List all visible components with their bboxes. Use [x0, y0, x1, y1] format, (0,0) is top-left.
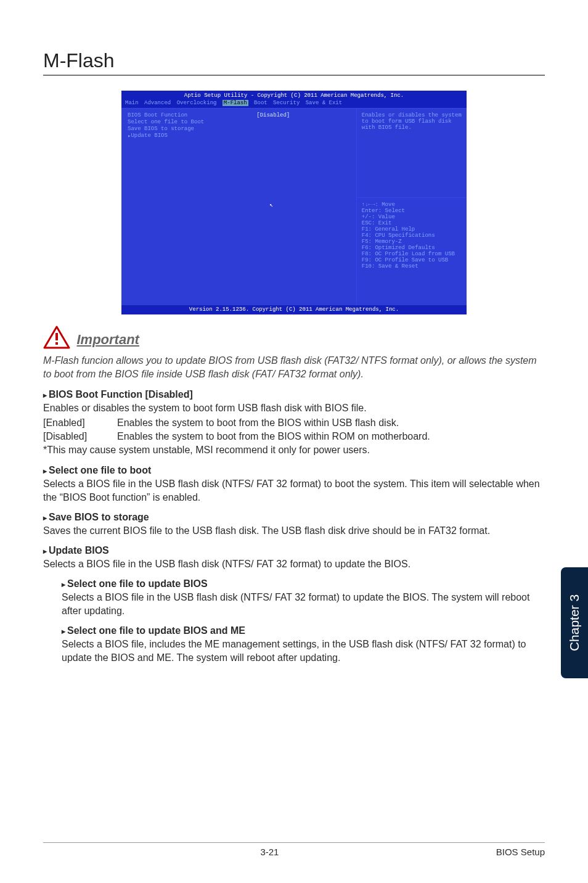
- bios-help-keys: ↑↓←→: Move Enter: Select +/-: Value ESC:…: [357, 197, 467, 305]
- option-row: [Enabled] Enables the system to boot fro…: [43, 416, 545, 430]
- bios-row-submenu: Update BIOS: [128, 133, 350, 139]
- bios-help-desc: Enables or disables the system to boot f…: [357, 109, 467, 197]
- item-heading: BIOS Boot Function [Disabled]: [43, 389, 545, 400]
- option-label: [Disabled]: [43, 430, 117, 443]
- subitem-desc: Selects a BIOS file in the USB flash dis…: [62, 591, 545, 618]
- page-footer: 3-21 BIOS Setup: [43, 842, 545, 857]
- item-heading: Save BIOS to storage: [43, 512, 545, 523]
- item-note: *This may cause system unstable, MSI rec…: [43, 443, 545, 457]
- warning-icon: [43, 326, 70, 351]
- bios-left-pane: BIOS Boot Function [Disabled] Select one…: [121, 109, 356, 305]
- footer-page-number: 3-21: [43, 847, 496, 857]
- item-desc: Selects a BIOS file in the USB flash dis…: [43, 477, 545, 504]
- bios-version: Version 2.15.1236. Copyright (C) 2011 Am…: [121, 305, 467, 314]
- subitem-desc: Selects a BIOS file, includes the ME man…: [62, 638, 545, 665]
- page-title: M-Flash: [43, 49, 545, 76]
- bios-row: Save BIOS to storage: [128, 126, 350, 132]
- bios-key: Update BIOS: [131, 133, 259, 139]
- item-desc: Selects a BIOS file in the USB flash dis…: [43, 557, 545, 571]
- important-note: M-Flash funcion allows you to update BIO…: [43, 354, 545, 380]
- bios-row: Select one file to Boot: [128, 119, 350, 125]
- bios-title: Aptio Setup Utility - Copyright (C) 2011…: [121, 91, 467, 99]
- option-text: Enables the system to boot from the BIOS…: [117, 416, 399, 430]
- svg-rect-1: [55, 333, 58, 340]
- item-heading: Select one file to boot: [43, 465, 545, 476]
- bios-menu-item: Advanced: [144, 100, 171, 106]
- option-text: Enables the system to boot from the BIOS…: [117, 430, 430, 443]
- bios-menu-item-active: M-Flash: [223, 100, 248, 106]
- option-label: [Enabled]: [43, 416, 117, 430]
- subitem-heading: Select one file to update BIOS and ME: [62, 625, 545, 636]
- bios-value: [Disabled]: [256, 112, 290, 118]
- subitem-heading: Select one file to update BIOS: [62, 578, 545, 589]
- item-desc: Saves the current BIOS file to the USB f…: [43, 524, 545, 538]
- bios-menu: Main Advanced Overclocking M-Flash Boot …: [121, 99, 467, 108]
- bios-row: BIOS Boot Function [Disabled]: [128, 112, 350, 118]
- bios-key: Select one file to Boot: [128, 119, 256, 125]
- cursor-icon: ↖: [269, 201, 273, 208]
- bios-menu-item: Save & Exit: [306, 100, 342, 106]
- important-label: Important: [76, 332, 139, 351]
- item-heading: Update BIOS: [43, 545, 545, 556]
- bios-menu-item: Security: [273, 100, 300, 106]
- chapter-tab: Chapter 3: [561, 567, 588, 678]
- svg-rect-2: [55, 342, 58, 345]
- important-heading: Important: [43, 326, 545, 351]
- option-row: [Disabled] Enables the system to boot fr…: [43, 430, 545, 443]
- bios-menu-item: Main: [125, 100, 139, 106]
- bios-key: Save BIOS to storage: [128, 126, 256, 132]
- bios-screenshot: Aptio Setup Utility - Copyright (C) 2011…: [121, 91, 467, 314]
- item-desc: Enables or disables the system to boot f…: [43, 401, 545, 415]
- bios-key: BIOS Boot Function: [128, 112, 256, 118]
- bios-right-pane: Enables or disables the system to boot f…: [356, 109, 467, 305]
- bios-menu-item: Overclocking: [177, 100, 217, 106]
- footer-section: BIOS Setup: [496, 847, 545, 857]
- bios-menu-item: Boot: [254, 100, 267, 106]
- chapter-tab-label: Chapter 3: [567, 594, 582, 651]
